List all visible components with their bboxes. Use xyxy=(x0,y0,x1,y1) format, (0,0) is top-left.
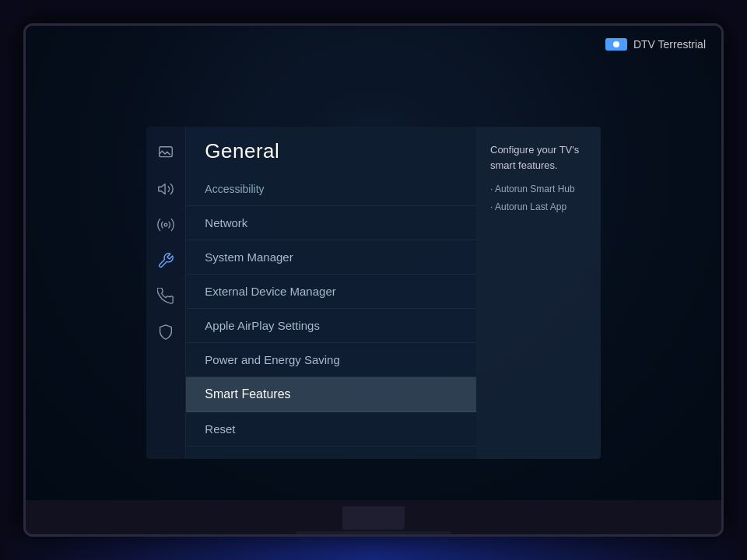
settings-panel: General Accessibility Network System Man… xyxy=(146,127,601,459)
tv-stand xyxy=(26,500,721,537)
svg-point-1 xyxy=(164,223,167,226)
menu-item-power[interactable]: Power and Energy Saving xyxy=(186,343,476,377)
dtv-label: DTV Terrestrial xyxy=(633,38,706,51)
dtv-badge: DTV Terrestrial xyxy=(605,38,706,51)
privacy-icon xyxy=(157,324,174,341)
sound-icon xyxy=(157,180,174,198)
tv-stand-neck xyxy=(342,506,405,530)
menu-item-airplay[interactable]: Apple AirPlay Settings xyxy=(186,309,476,343)
menu-title: General xyxy=(186,139,476,173)
sidebar xyxy=(146,127,186,459)
menu-item-accessibility[interactable]: Accessibility xyxy=(186,173,476,206)
tv-frame: DTV Terrestrial xyxy=(23,23,724,537)
menu-item-system-manager[interactable]: System Manager xyxy=(186,240,476,275)
menu-item-reset[interactable]: Reset xyxy=(186,412,476,446)
menu-item-external-device[interactable]: External Device Manager xyxy=(186,275,476,309)
sidebar-item-support[interactable] xyxy=(150,281,181,312)
info-item-2: · Autorun Last App xyxy=(490,198,587,216)
tv-stand-base xyxy=(296,531,451,537)
info-item-1: · Autorun Smart Hub xyxy=(490,180,587,198)
info-description: Configure your TV's smart features. xyxy=(490,142,587,173)
sidebar-item-general[interactable] xyxy=(150,245,181,276)
sidebar-item-sound[interactable] xyxy=(150,173,181,205)
sidebar-item-broadcast[interactable] xyxy=(150,209,181,240)
support-icon xyxy=(157,288,174,305)
picture-icon xyxy=(157,145,174,162)
dtv-icon xyxy=(605,38,627,51)
sidebar-item-picture[interactable] xyxy=(150,138,181,169)
general-icon xyxy=(157,252,174,269)
tv-screen: DTV Terrestrial xyxy=(26,26,721,500)
info-panel: Configure your TV's smart features. · Au… xyxy=(476,127,601,459)
menu-item-smart-features[interactable]: Smart Features xyxy=(186,377,476,412)
sidebar-item-privacy[interactable] xyxy=(150,317,181,348)
main-menu: General Accessibility Network System Man… xyxy=(186,127,476,459)
menu-item-network[interactable]: Network xyxy=(186,206,476,240)
broadcast-icon xyxy=(157,216,174,233)
